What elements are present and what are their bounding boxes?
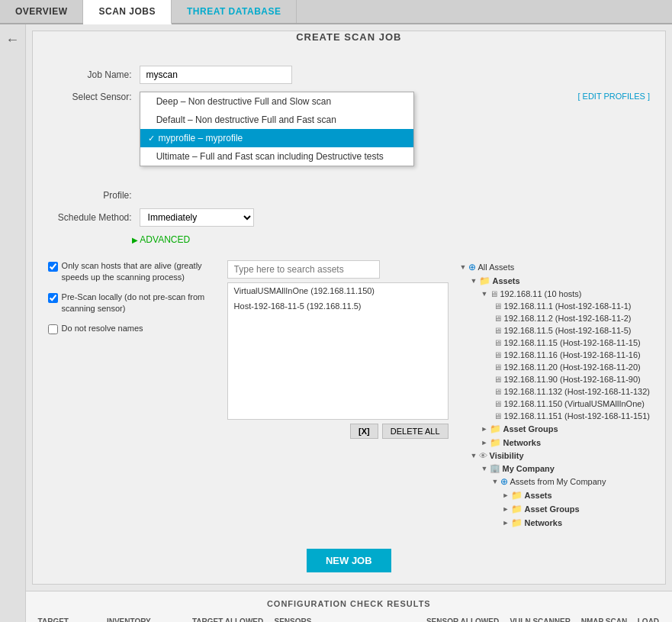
select-sensor-label: Select Sensor:	[48, 92, 140, 102]
tree-node-icon: 📁	[511, 504, 522, 514]
pre-scan-label: Pre-Scan locally (do not pre-scan from s…	[62, 292, 216, 315]
tree-toggle-icon: ▼	[492, 478, 499, 485]
profile-label: Profile:	[48, 190, 140, 201]
tree-node[interactable]: ►📁Networks	[460, 516, 650, 530]
tree-node-label: My Company	[503, 464, 555, 473]
col-vuln-scanner: VULN SCANNER	[505, 614, 576, 622]
tree-node-icon: 🖥	[494, 301, 502, 311]
tree-node-label: 192.168.11.151 (Host-192-168-11-151)	[504, 411, 650, 421]
tree-node[interactable]: 🖥192.168.11.151 (Host-192-168-11-151)	[460, 410, 650, 422]
job-name-input[interactable]	[140, 66, 292, 84]
pre-scan-checkbox[interactable]	[48, 293, 58, 303]
tree-node-label: 192.168.11.20 (Host-192-168-11-20)	[504, 363, 641, 372]
tree-toggle-icon: ▼	[481, 290, 488, 298]
tree-node[interactable]: ▼🏢My Company	[460, 462, 650, 475]
tree-node[interactable]: ▼🖥192.168.11 (10 hosts)	[460, 288, 650, 300]
selected-asset-item[interactable]: VirtualUSMAllInOne (192.168.11.150)	[228, 283, 448, 298]
tree-node[interactable]: 🖥192.168.11.1 (Host-192-168-11-1)	[460, 300, 650, 312]
tree-toggle-icon: ►	[481, 439, 488, 446]
tree-node-label: 192.168.11.90 (Host-192-168-11-90)	[504, 375, 641, 384]
dropdown-item-myprofile[interactable]: ✓ myprofile – myprofile	[140, 129, 413, 147]
tree-toggle-icon: ▼	[460, 263, 467, 271]
panel-title: CREATE SCAN JOB	[33, 31, 665, 43]
tree-node-label: 192.168.11.132 (Host-192-168-11-132)	[504, 387, 650, 396]
tree-node-label: 192.168.11 (10 hosts)	[500, 289, 582, 298]
tree-node-icon: ⊕	[468, 262, 476, 272]
tab-scan-jobs[interactable]: SCAN JOBS	[83, 0, 172, 24]
tree-toggle-icon: ▼	[471, 277, 477, 285]
tree-node-icon: 🖥	[494, 350, 502, 359]
tree-node-label: Asset Groups	[525, 504, 580, 514]
job-name-label: Job Name:	[48, 69, 140, 80]
tree-node[interactable]: 🖥192.168.11.2 (Host-192-168-11-2)	[460, 312, 650, 324]
tree-node[interactable]: 🖥192.168.11.132 (Host-192-168-11-132)	[460, 385, 650, 398]
tree-node-icon: 👁	[479, 451, 487, 460]
dropdown-item-default[interactable]: Default – Non destructive Full and Fast …	[140, 111, 413, 129]
tree-node-icon: ⊕	[500, 476, 508, 487]
tree-node[interactable]: ►📁Asset Groups	[460, 502, 650, 516]
tree-node[interactable]: 🖥192.168.11.150 (VirtualUSMAllInOne)	[460, 398, 650, 410]
tree-toggle-icon: ▼	[471, 452, 477, 459]
tree-node-label: Assets	[525, 491, 552, 500]
tree-node-label: Assets	[493, 276, 520, 285]
tree-node[interactable]: 🖥192.168.11.5 (Host-192-168-11-5)	[460, 324, 650, 337]
tree-node-icon: 🖥	[494, 338, 502, 347]
only-scan-checkbox[interactable]	[48, 262, 58, 272]
tree-node-label: 192.168.11.15 (Host-192-168-11-15)	[504, 338, 641, 347]
tree-node[interactable]: ►📁Networks	[460, 436, 650, 450]
results-table: TARGET INVENTORY TARGET ALLOWED SENSORS …	[34, 614, 664, 622]
tab-overview[interactable]: OVERVIEW	[0, 0, 83, 23]
selected-assets-list[interactable]: VirtualUSMAllInOne (192.168.11.150) Host…	[227, 282, 449, 420]
tree-node[interactable]: ▼⊕Assets from My Company	[460, 475, 650, 488]
tree-toggle-icon: ►	[503, 491, 510, 499]
advanced-toggle[interactable]: ADVANCED	[132, 234, 665, 245]
col-load: LOAD	[633, 614, 664, 622]
tree-node[interactable]: 🖥192.168.11.90 (Host-192-168-11-90)	[460, 373, 650, 385]
tree-node-icon: 🖥	[494, 326, 502, 335]
asset-tree: ▼⊕All Assets▼📁Assets▼🖥192.168.11 (10 hos…	[460, 260, 650, 530]
config-check-title: CONFIGURATION CHECK RESULTS	[34, 599, 664, 608]
selected-asset-item[interactable]: Host-192-168-11-5 (192.168.11.5)	[228, 298, 448, 314]
tree-node-label: 192.168.11.16 (Host-192-168-11-16)	[504, 350, 641, 359]
dropdown-item-deep[interactable]: Deep – Non destructive Full and Slow sca…	[140, 92, 413, 111]
remove-button[interactable]: [X]	[350, 424, 378, 439]
tree-node-label: 192.168.11.150 (VirtualUSMAllInOne)	[504, 399, 645, 408]
only-scan-group: Only scan hosts that are alive (greatly …	[48, 260, 216, 284]
tree-node[interactable]: 🖥192.168.11.20 (Host-192-168-11-20)	[460, 361, 650, 373]
check-myprofile: ✓	[148, 134, 155, 143]
dropdown-item-ultimate[interactable]: Ultimate – Full and Fast scan including …	[140, 147, 413, 166]
schedule-select[interactable]: Immediately	[140, 208, 254, 227]
col-sensors: SENSORS	[269, 614, 421, 622]
tree-toggle-icon: ►	[481, 425, 488, 433]
only-scan-label: Only scan hosts that are alive (greatly …	[62, 260, 216, 284]
tree-node-icon: 🖥	[494, 387, 502, 396]
check-deep	[148, 97, 153, 106]
tree-node[interactable]: ▼📁Assets	[460, 274, 650, 288]
sensor-dropdown[interactable]: Deep – Non destructive Full and Slow sca…	[140, 92, 414, 166]
tree-node-label: 192.168.11.5 (Host-192-168-11-5)	[504, 326, 632, 335]
tree-node-label: Asset Groups	[503, 424, 558, 433]
tree-node-label: All Assets	[478, 263, 515, 272]
tree-node-icon: 📁	[479, 276, 490, 286]
tree-node[interactable]: ▼👁Visibility	[460, 450, 650, 462]
tree-node-icon: 🖥	[490, 289, 498, 298]
tree-node[interactable]: 🖥192.168.11.15 (Host-192-168-11-15)	[460, 337, 650, 349]
tree-node[interactable]: ▼⊕All Assets	[460, 260, 650, 274]
pre-scan-group: Pre-Scan locally (do not pre-scan from s…	[48, 292, 216, 315]
tree-node[interactable]: ►📁Assets	[460, 488, 650, 502]
tree-node-icon: 📁	[490, 424, 501, 434]
delete-all-button[interactable]: DELETE ALL	[382, 424, 449, 439]
col-inventory: INVENTORY	[102, 614, 188, 622]
edit-profiles-link[interactable]: [ EDIT PROFILES ]	[577, 92, 650, 101]
tree-node[interactable]: ►📁Asset Groups	[460, 422, 650, 436]
back-button[interactable]: ←	[5, 32, 19, 48]
new-job-button[interactable]: NEW JOB	[307, 549, 391, 572]
tree-node-icon: 🏢	[490, 463, 500, 473]
tree-toggle-icon: ▼	[481, 465, 488, 472]
no-resolve-checkbox[interactable]	[48, 324, 58, 334]
no-resolve-group: Do not resolve names	[48, 323, 216, 334]
asset-search-input[interactable]	[227, 260, 380, 279]
tree-node-icon: 🖥	[494, 399, 502, 408]
tree-node[interactable]: 🖥192.168.11.16 (Host-192-168-11-16)	[460, 349, 650, 361]
tab-threat-database[interactable]: THREAT DATABASE	[172, 0, 297, 23]
